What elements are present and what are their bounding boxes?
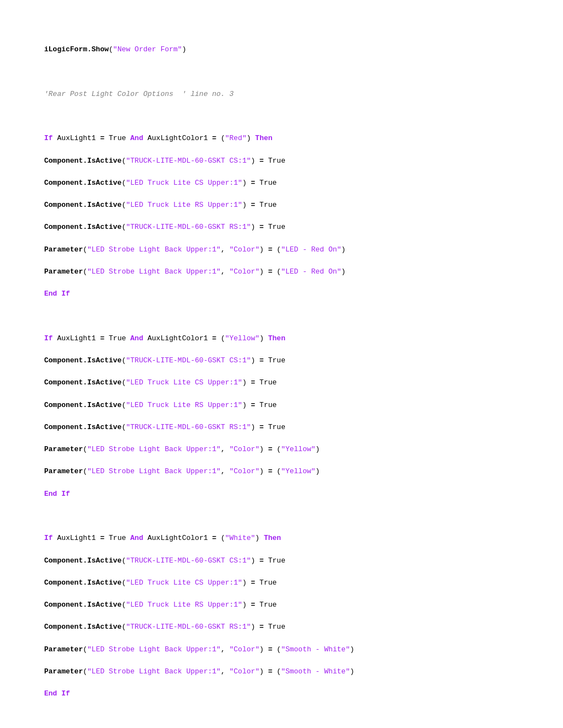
- line-param1: Parameter("LED Strobe Light Back Upper:1…: [44, 244, 519, 255]
- fn-ilogicform: iLogicForm.Show: [44, 45, 109, 53]
- line-if2: If AuxLight1 = True And AuxLightColor1 =…: [44, 333, 519, 344]
- line-comment: 'Rear Post Light Color Options ' line no…: [44, 89, 519, 100]
- line-1: iLogicForm.Show("New Order Form"): [44, 44, 519, 55]
- line-comp7: Component.IsActive("LED Truck Lite RS Up…: [44, 400, 519, 411]
- line-endif3: End If: [44, 688, 519, 699]
- line-if1: If AuxLight1 = True And AuxLightColor1 =…: [44, 133, 519, 144]
- line-param4: Parameter("LED Strobe Light Back Upper:1…: [44, 466, 519, 477]
- line-endif2: End If: [44, 489, 519, 500]
- line-blank-4: [44, 511, 519, 522]
- line-comp4: Component.IsActive("TRUCK-LITE-MDL-60-GS…: [44, 222, 519, 233]
- line-comp11: Component.IsActive("LED Truck Lite RS Up…: [44, 599, 519, 611]
- line-comp12: Component.IsActive("TRUCK-LITE-MDL-60-GS…: [44, 622, 519, 633]
- line-if3: If AuxLight1 = True And AuxLightColor1 =…: [44, 533, 519, 544]
- line-comp1: Component.IsActive("TRUCK-LITE-MDL-60-GS…: [44, 156, 519, 167]
- line-comp3: Component.IsActive("LED Truck Lite RS Up…: [44, 200, 519, 211]
- line-comp10: Component.IsActive("LED Truck Lite CS Up…: [44, 577, 519, 588]
- line-comp6: Component.IsActive("LED Truck Lite CS Up…: [44, 377, 519, 388]
- line-comp9: Component.IsActive("TRUCK-LITE-MDL-60-GS…: [44, 555, 519, 566]
- line-blank-5: [44, 711, 519, 722]
- line-comp2: Component.IsActive("LED Truck Lite CS Up…: [44, 178, 519, 189]
- line-blank-3: [44, 311, 519, 322]
- line-param2: Parameter("LED Strobe Light Back Upper:1…: [44, 266, 519, 277]
- line-param3: Parameter("LED Strobe Light Back Upper:1…: [44, 444, 519, 455]
- line-endif1: End If: [44, 288, 519, 299]
- line-comp8: Component.IsActive("TRUCK-LITE-MDL-60-GS…: [44, 422, 519, 433]
- line-comp5: Component.IsActive("TRUCK-LITE-MDL-60-GS…: [44, 355, 519, 366]
- line-blank-2: [44, 111, 519, 122]
- line-param6: Parameter("LED Strobe Light Back Upper:1…: [44, 666, 519, 677]
- line-param5: Parameter("LED Strobe Light Back Upper:1…: [44, 644, 519, 655]
- line-blank-1: [44, 66, 519, 77]
- code-editor: iLogicForm.Show("New Order Form") 'Rear …: [44, 33, 519, 728]
